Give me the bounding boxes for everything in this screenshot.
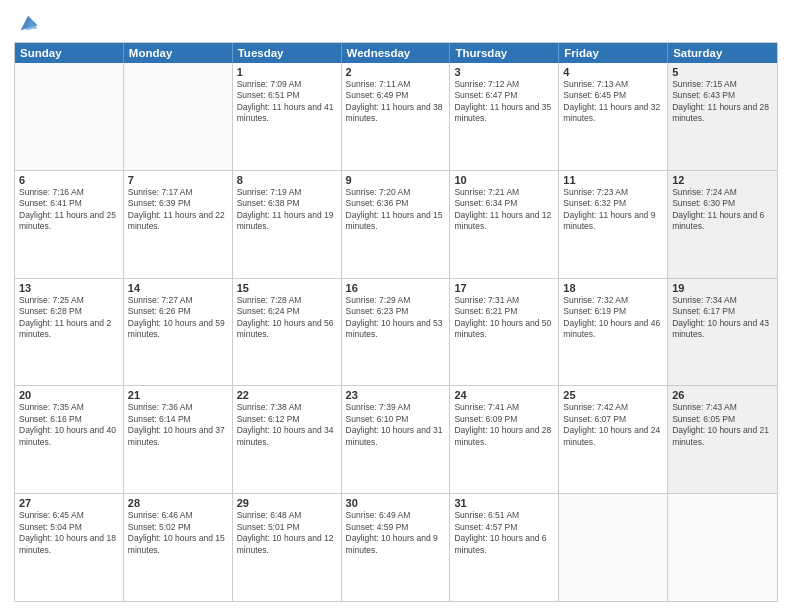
day-number: 26 bbox=[672, 389, 773, 401]
day-info: Sunrise: 7:35 AM Sunset: 6:16 PM Dayligh… bbox=[19, 402, 119, 448]
cal-cell-2: 2Sunrise: 7:11 AM Sunset: 6:49 PM Daylig… bbox=[342, 63, 451, 170]
cal-cell-18: 18Sunrise: 7:32 AM Sunset: 6:19 PM Dayli… bbox=[559, 279, 668, 386]
day-number: 6 bbox=[19, 174, 119, 186]
day-number: 10 bbox=[454, 174, 554, 186]
cal-cell-3: 3Sunrise: 7:12 AM Sunset: 6:47 PM Daylig… bbox=[450, 63, 559, 170]
day-number: 18 bbox=[563, 282, 663, 294]
day-info: Sunrise: 7:31 AM Sunset: 6:21 PM Dayligh… bbox=[454, 295, 554, 341]
day-number: 13 bbox=[19, 282, 119, 294]
header bbox=[14, 10, 778, 34]
day-number: 11 bbox=[563, 174, 663, 186]
cal-cell-26: 26Sunrise: 7:43 AM Sunset: 6:05 PM Dayli… bbox=[668, 386, 777, 493]
day-info: Sunrise: 7:41 AM Sunset: 6:09 PM Dayligh… bbox=[454, 402, 554, 448]
cal-cell-5: 5Sunrise: 7:15 AM Sunset: 6:43 PM Daylig… bbox=[668, 63, 777, 170]
cal-cell-7: 7Sunrise: 7:17 AM Sunset: 6:39 PM Daylig… bbox=[124, 171, 233, 278]
day-number: 22 bbox=[237, 389, 337, 401]
day-info: Sunrise: 7:13 AM Sunset: 6:45 PM Dayligh… bbox=[563, 79, 663, 125]
cal-cell-23: 23Sunrise: 7:39 AM Sunset: 6:10 PM Dayli… bbox=[342, 386, 451, 493]
day-of-week-wednesday: Wednesday bbox=[342, 43, 451, 63]
day-number: 8 bbox=[237, 174, 337, 186]
cal-cell-22: 22Sunrise: 7:38 AM Sunset: 6:12 PM Dayli… bbox=[233, 386, 342, 493]
cal-cell-17: 17Sunrise: 7:31 AM Sunset: 6:21 PM Dayli… bbox=[450, 279, 559, 386]
cal-cell-19: 19Sunrise: 7:34 AM Sunset: 6:17 PM Dayli… bbox=[668, 279, 777, 386]
logo-icon bbox=[17, 12, 39, 34]
cal-cell-30: 30Sunrise: 6:49 AM Sunset: 4:59 PM Dayli… bbox=[342, 494, 451, 601]
day-info: Sunrise: 7:16 AM Sunset: 6:41 PM Dayligh… bbox=[19, 187, 119, 233]
day-info: Sunrise: 6:49 AM Sunset: 4:59 PM Dayligh… bbox=[346, 510, 446, 556]
day-number: 29 bbox=[237, 497, 337, 509]
cal-cell-15: 15Sunrise: 7:28 AM Sunset: 6:24 PM Dayli… bbox=[233, 279, 342, 386]
day-number: 9 bbox=[346, 174, 446, 186]
cal-cell-29: 29Sunrise: 6:48 AM Sunset: 5:01 PM Dayli… bbox=[233, 494, 342, 601]
cal-cell-28: 28Sunrise: 6:46 AM Sunset: 5:02 PM Dayli… bbox=[124, 494, 233, 601]
day-info: Sunrise: 6:51 AM Sunset: 4:57 PM Dayligh… bbox=[454, 510, 554, 556]
cal-cell-empty bbox=[668, 494, 777, 601]
day-number: 15 bbox=[237, 282, 337, 294]
day-of-week-monday: Monday bbox=[124, 43, 233, 63]
cal-cell-16: 16Sunrise: 7:29 AM Sunset: 6:23 PM Dayli… bbox=[342, 279, 451, 386]
day-info: Sunrise: 7:21 AM Sunset: 6:34 PM Dayligh… bbox=[454, 187, 554, 233]
day-number: 5 bbox=[672, 66, 773, 78]
day-info: Sunrise: 7:36 AM Sunset: 6:14 PM Dayligh… bbox=[128, 402, 228, 448]
day-info: Sunrise: 7:25 AM Sunset: 6:28 PM Dayligh… bbox=[19, 295, 119, 341]
page: SundayMondayTuesdayWednesdayThursdayFrid… bbox=[0, 0, 792, 612]
day-info: Sunrise: 7:19 AM Sunset: 6:38 PM Dayligh… bbox=[237, 187, 337, 233]
cal-cell-12: 12Sunrise: 7:24 AM Sunset: 6:30 PM Dayli… bbox=[668, 171, 777, 278]
day-info: Sunrise: 7:11 AM Sunset: 6:49 PM Dayligh… bbox=[346, 79, 446, 125]
cal-cell-11: 11Sunrise: 7:23 AM Sunset: 6:32 PM Dayli… bbox=[559, 171, 668, 278]
cal-cell-31: 31Sunrise: 6:51 AM Sunset: 4:57 PM Dayli… bbox=[450, 494, 559, 601]
day-info: Sunrise: 7:43 AM Sunset: 6:05 PM Dayligh… bbox=[672, 402, 773, 448]
day-number: 2 bbox=[346, 66, 446, 78]
day-info: Sunrise: 7:15 AM Sunset: 6:43 PM Dayligh… bbox=[672, 79, 773, 125]
week-row-5: 27Sunrise: 6:45 AM Sunset: 5:04 PM Dayli… bbox=[15, 494, 777, 601]
day-info: Sunrise: 6:45 AM Sunset: 5:04 PM Dayligh… bbox=[19, 510, 119, 556]
day-of-week-sunday: Sunday bbox=[15, 43, 124, 63]
calendar-header: SundayMondayTuesdayWednesdayThursdayFrid… bbox=[15, 43, 777, 63]
week-row-1: 1Sunrise: 7:09 AM Sunset: 6:51 PM Daylig… bbox=[15, 63, 777, 171]
day-info: Sunrise: 7:27 AM Sunset: 6:26 PM Dayligh… bbox=[128, 295, 228, 341]
day-info: Sunrise: 7:42 AM Sunset: 6:07 PM Dayligh… bbox=[563, 402, 663, 448]
cal-cell-1: 1Sunrise: 7:09 AM Sunset: 6:51 PM Daylig… bbox=[233, 63, 342, 170]
day-of-week-saturday: Saturday bbox=[668, 43, 777, 63]
cal-cell-9: 9Sunrise: 7:20 AM Sunset: 6:36 PM Daylig… bbox=[342, 171, 451, 278]
cal-cell-21: 21Sunrise: 7:36 AM Sunset: 6:14 PM Dayli… bbox=[124, 386, 233, 493]
day-info: Sunrise: 7:12 AM Sunset: 6:47 PM Dayligh… bbox=[454, 79, 554, 125]
cal-cell-8: 8Sunrise: 7:19 AM Sunset: 6:38 PM Daylig… bbox=[233, 171, 342, 278]
day-number: 23 bbox=[346, 389, 446, 401]
day-number: 30 bbox=[346, 497, 446, 509]
cal-cell-14: 14Sunrise: 7:27 AM Sunset: 6:26 PM Dayli… bbox=[124, 279, 233, 386]
day-number: 12 bbox=[672, 174, 773, 186]
calendar-body: 1Sunrise: 7:09 AM Sunset: 6:51 PM Daylig… bbox=[15, 63, 777, 601]
cal-cell-6: 6Sunrise: 7:16 AM Sunset: 6:41 PM Daylig… bbox=[15, 171, 124, 278]
day-number: 1 bbox=[237, 66, 337, 78]
day-info: Sunrise: 7:09 AM Sunset: 6:51 PM Dayligh… bbox=[237, 79, 337, 125]
cal-cell-20: 20Sunrise: 7:35 AM Sunset: 6:16 PM Dayli… bbox=[15, 386, 124, 493]
day-of-week-friday: Friday bbox=[559, 43, 668, 63]
day-number: 17 bbox=[454, 282, 554, 294]
cal-cell-empty bbox=[15, 63, 124, 170]
day-info: Sunrise: 6:46 AM Sunset: 5:02 PM Dayligh… bbox=[128, 510, 228, 556]
day-number: 27 bbox=[19, 497, 119, 509]
week-row-3: 13Sunrise: 7:25 AM Sunset: 6:28 PM Dayli… bbox=[15, 279, 777, 387]
cal-cell-10: 10Sunrise: 7:21 AM Sunset: 6:34 PM Dayli… bbox=[450, 171, 559, 278]
cal-cell-13: 13Sunrise: 7:25 AM Sunset: 6:28 PM Dayli… bbox=[15, 279, 124, 386]
day-info: Sunrise: 7:20 AM Sunset: 6:36 PM Dayligh… bbox=[346, 187, 446, 233]
day-info: Sunrise: 7:24 AM Sunset: 6:30 PM Dayligh… bbox=[672, 187, 773, 233]
day-info: Sunrise: 7:17 AM Sunset: 6:39 PM Dayligh… bbox=[128, 187, 228, 233]
day-of-week-thursday: Thursday bbox=[450, 43, 559, 63]
day-number: 16 bbox=[346, 282, 446, 294]
day-number: 3 bbox=[454, 66, 554, 78]
day-info: Sunrise: 7:38 AM Sunset: 6:12 PM Dayligh… bbox=[237, 402, 337, 448]
day-number: 4 bbox=[563, 66, 663, 78]
day-info: Sunrise: 7:28 AM Sunset: 6:24 PM Dayligh… bbox=[237, 295, 337, 341]
day-number: 7 bbox=[128, 174, 228, 186]
day-info: Sunrise: 6:48 AM Sunset: 5:01 PM Dayligh… bbox=[237, 510, 337, 556]
day-info: Sunrise: 7:29 AM Sunset: 6:23 PM Dayligh… bbox=[346, 295, 446, 341]
week-row-2: 6Sunrise: 7:16 AM Sunset: 6:41 PM Daylig… bbox=[15, 171, 777, 279]
logo bbox=[14, 10, 39, 34]
day-info: Sunrise: 7:32 AM Sunset: 6:19 PM Dayligh… bbox=[563, 295, 663, 341]
day-number: 24 bbox=[454, 389, 554, 401]
cal-cell-4: 4Sunrise: 7:13 AM Sunset: 6:45 PM Daylig… bbox=[559, 63, 668, 170]
day-of-week-tuesday: Tuesday bbox=[233, 43, 342, 63]
cal-cell-empty bbox=[124, 63, 233, 170]
